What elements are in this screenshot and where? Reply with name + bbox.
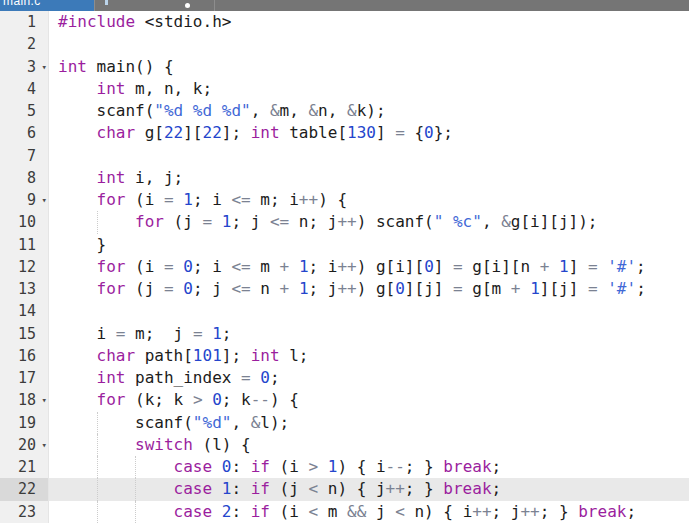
indent-guide bbox=[97, 412, 98, 434]
token-pl bbox=[174, 279, 184, 298]
line-number: 6 bbox=[0, 122, 48, 144]
token-op: = bbox=[193, 324, 203, 343]
token-pl: ; } bbox=[405, 457, 444, 476]
code-line[interactable]: scanf("%d %d %d", &m, &n, &k); bbox=[49, 100, 689, 122]
token-op: > bbox=[193, 390, 203, 409]
token-pl: , bbox=[231, 413, 250, 432]
token-pl bbox=[58, 457, 174, 476]
token-pl: ; bbox=[270, 368, 280, 387]
code-line[interactable]: int i, j; bbox=[49, 167, 689, 189]
token-kw: int bbox=[97, 168, 126, 187]
token-pl: ; bbox=[222, 324, 232, 343]
line-number: 18▾ bbox=[0, 389, 48, 411]
token-pl: m; i bbox=[251, 190, 299, 209]
token-kw: break bbox=[443, 479, 491, 498]
token-pl: l); bbox=[260, 413, 289, 432]
tab-main-c[interactable]: main.c bbox=[0, 0, 94, 11]
token-pl bbox=[212, 457, 222, 476]
code-line[interactable]: i = m; j = 1; bbox=[49, 323, 689, 345]
code-line[interactable]: } bbox=[49, 234, 689, 256]
token-op: = bbox=[164, 190, 174, 209]
token-pl: ) { i bbox=[337, 457, 385, 476]
token-pl: g[i][j]); bbox=[511, 212, 598, 231]
code-line[interactable]: for (i = 1; i <= m; i++) { bbox=[49, 189, 689, 211]
code-line[interactable]: switch (l) { bbox=[49, 434, 689, 456]
fold-arrow-icon[interactable]: ▾ bbox=[42, 56, 47, 78]
token-pl: m, n, k; bbox=[125, 79, 212, 98]
token-pl: ; i bbox=[193, 257, 232, 276]
code-line[interactable]: case 0: if (i > 1) { i--; } break; bbox=[49, 456, 689, 478]
code-line[interactable]: for (j = 0; j <= n + 1; j++) g[0][j] = g… bbox=[49, 278, 689, 300]
token-num: 0 bbox=[395, 279, 405, 298]
token-op: = bbox=[164, 257, 174, 276]
line-number: 5 bbox=[0, 100, 48, 122]
token-pl: }; bbox=[434, 123, 453, 142]
code-line[interactable]: int main() { bbox=[49, 56, 689, 78]
token-pl bbox=[289, 257, 299, 276]
code-line[interactable] bbox=[49, 145, 689, 167]
token-num: 1 bbox=[299, 279, 309, 298]
token-pl bbox=[174, 257, 184, 276]
tab-main-c-label: main.c bbox=[3, 0, 41, 8]
token-pl: (j bbox=[125, 279, 164, 298]
fold-arrow-icon[interactable]: ▾ bbox=[42, 189, 47, 211]
code-line[interactable]: #include <stdio.h> bbox=[49, 11, 689, 33]
token-pl: ]; bbox=[222, 346, 251, 365]
code-area[interactable]: #include <stdio.h>int main() { int m, n,… bbox=[49, 11, 689, 523]
token-pl bbox=[58, 390, 97, 409]
token-num: 0 bbox=[260, 368, 270, 387]
token-pl: ; } bbox=[405, 479, 444, 498]
token-pl: (j bbox=[270, 479, 309, 498]
token-kw: case bbox=[174, 457, 213, 476]
code-line[interactable]: case 1: if (j < n) { j++; } break; bbox=[49, 478, 689, 500]
token-op: < bbox=[308, 502, 318, 521]
token-pl: ; bbox=[636, 257, 646, 276]
line-number: 16 bbox=[0, 345, 48, 367]
code-line[interactable]: scanf("%d", &l); bbox=[49, 412, 689, 434]
token-op: <= bbox=[231, 279, 250, 298]
fold-arrow-icon[interactable]: ▾ bbox=[42, 389, 47, 411]
fold-arrow-icon[interactable]: ▾ bbox=[42, 434, 47, 456]
token-kw: for bbox=[97, 190, 126, 209]
line-number: 10 bbox=[0, 211, 48, 233]
code-line[interactable] bbox=[49, 33, 689, 55]
code-line[interactable]: int m, n, k; bbox=[49, 78, 689, 100]
token-pl bbox=[318, 457, 328, 476]
code-line[interactable]: int path_index = 0; bbox=[49, 367, 689, 389]
code-line[interactable]: char path[101]; int l; bbox=[49, 345, 689, 367]
token-pl: ; j bbox=[193, 279, 232, 298]
code-line[interactable]: char g[22][22]; int table[130] = {0}; bbox=[49, 122, 689, 144]
token-pl bbox=[289, 279, 299, 298]
code-line[interactable]: case 2: if (i < m && j < n) { i++; j++; … bbox=[49, 501, 689, 523]
code-line[interactable]: for (k; k > 0; k--) { bbox=[49, 389, 689, 411]
token-pl: table[ bbox=[280, 123, 347, 142]
token-kw: char bbox=[97, 346, 136, 365]
line-number: 13 bbox=[0, 278, 48, 300]
token-pl bbox=[58, 346, 97, 365]
code-line[interactable] bbox=[49, 300, 689, 322]
token-pl: g[m bbox=[463, 279, 511, 298]
token-op: = bbox=[588, 257, 598, 276]
code-line[interactable]: for (i = 0; i <= m + 1; i++) g[i][0] = g… bbox=[49, 256, 689, 278]
token-kw: case bbox=[174, 502, 213, 521]
token-op: & bbox=[251, 413, 261, 432]
line-number: 7 bbox=[0, 145, 48, 167]
token-pl: ; i bbox=[309, 257, 338, 276]
token-pl bbox=[58, 502, 174, 521]
token-num: 130 bbox=[347, 123, 376, 142]
line-number: 11 bbox=[0, 234, 48, 256]
tab-secondary[interactable] bbox=[94, 0, 215, 11]
token-num: 1 bbox=[299, 257, 309, 276]
line-number: 22 bbox=[0, 478, 48, 500]
token-pl bbox=[58, 368, 97, 387]
code-editor: 123▾456789▾101112131415161718▾1920▾21222… bbox=[0, 11, 689, 523]
token-pl: ; k bbox=[222, 390, 251, 409]
token-op: = bbox=[203, 212, 213, 231]
unsaved-dot-icon bbox=[185, 3, 190, 8]
token-pl: path[ bbox=[135, 346, 193, 365]
code-line[interactable]: for (j = 1; j <= n; j++) scanf(" %c", &g… bbox=[49, 211, 689, 233]
line-number: 9▾ bbox=[0, 189, 48, 211]
token-pl: ] bbox=[569, 257, 588, 276]
token-kw: int bbox=[251, 346, 280, 365]
token-kw: for bbox=[97, 390, 126, 409]
